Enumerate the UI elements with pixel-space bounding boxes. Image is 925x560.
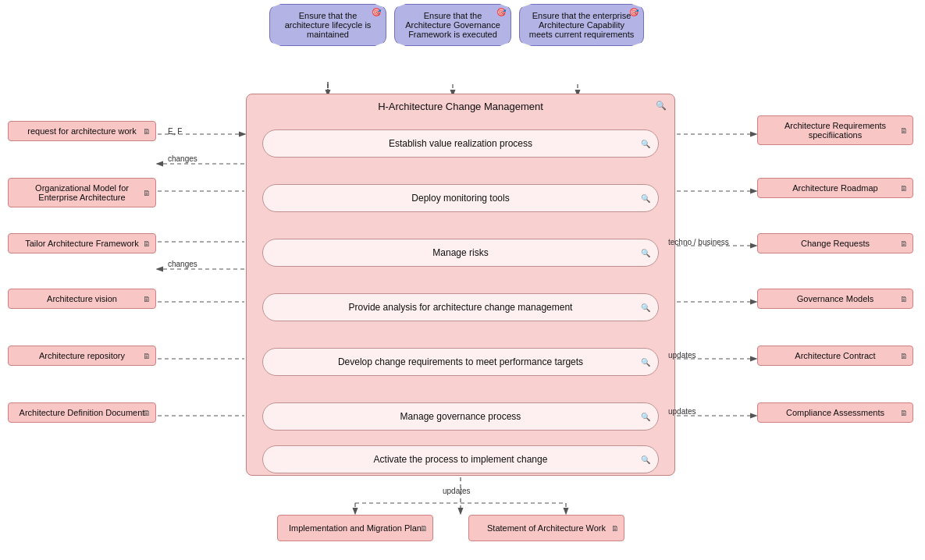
main-container: H-Architecture Change Management 🔍 Estab… [246,94,675,476]
left-box-repository-label: Architecture repository [39,351,125,360]
top-box-lifecycle: Ensure that the architecture lifecycle i… [269,4,386,46]
right-box-change-req: Change Requests 🗎 [757,233,913,253]
right-box-contract: Architecture Contract 🗎 [757,346,913,366]
right-box-governance-models-icon: 🗎 [900,295,908,303]
left-box-definition: Architecture Definition Document 🗎 [8,402,156,423]
right-box-compliance-label: Compliance Assessments [786,408,884,417]
process-box-7-icon: 🔍 [641,455,650,464]
bottom-box-migration-label: Implementation and Migration Plan [289,523,422,533]
top-box-governance: Ensure that the Architecture Governance … [394,4,511,46]
left-box-org-model: Organizational Model for Enterprise Arch… [8,178,156,207]
arrow-label-updates-3: updates [443,487,471,495]
right-box-compliance: Compliance Assessments 🗎 [757,402,913,423]
process-box-7: Activate the process to implement change… [262,445,659,473]
left-box-tailor-icon: 🗎 [143,239,151,248]
right-box-governance-models: Governance Models 🗎 [757,289,913,309]
left-box-tailor: Tailor Architecture Framework 🗎 [8,233,156,253]
right-box-roadmap: Architecture Roadmap 🗎 [757,178,913,198]
process-box-5-icon: 🔍 [641,358,650,367]
process-box-6-label: Manage governance process [400,411,521,422]
left-box-org-model-label: Organizational Model for Enterprise Arch… [15,183,149,202]
process-box-3: Manage risks 🔍 [262,239,659,267]
arrow-label-changes-1: changes [168,154,197,163]
process-box-4: Provide analysis for architecture change… [262,293,659,321]
process-box-1: Establish value realization process 🔍 [262,129,659,158]
left-box-repository-icon: 🗎 [143,352,151,360]
arrow-label-changes-2: changes [168,260,197,268]
process-box-3-icon: 🔍 [641,249,650,257]
process-box-1-icon: 🔍 [641,140,650,148]
process-box-5: Develop change requirements to meet perf… [262,348,659,376]
arrow-label-techno: techno / business [668,238,729,246]
top-box-capability-label: Ensure that the enterprise Architecture … [528,11,635,39]
left-box-definition-icon: 🗎 [143,409,151,417]
right-box-compliance-icon: 🗎 [900,409,908,417]
left-box-vision: Architecture vision 🗎 [8,289,156,309]
right-box-req-spec: Architecture Requirements specifiication… [757,115,913,145]
left-box-tailor-label: Tailor Architecture Framework [25,239,139,248]
process-box-3-label: Manage risks [432,247,488,258]
top-box-governance-label: Ensure that the Architecture Governance … [403,11,503,39]
bottom-box-migration-icon: 🗎 [420,524,428,533]
right-box-req-spec-icon: 🗎 [900,126,908,135]
top-box-capability-icon: 🎯 [629,8,639,16]
process-box-6-icon: 🔍 [641,413,650,421]
process-box-6: Manage governance process 🔍 [262,402,659,431]
process-box-5-label: Develop change requirements to meet perf… [338,356,583,367]
process-box-4-icon: 🔍 [641,303,650,312]
process-box-2-label: Deploy monitoring tools [411,193,509,204]
top-box-lifecycle-label: Ensure that the architecture lifecycle i… [278,11,378,39]
left-box-vision-label: Architecture vision [47,294,117,303]
right-box-contract-icon: 🗎 [900,352,908,360]
process-box-1-label: Establish value realization process [389,138,532,149]
main-title-icon: 🔍 [656,101,667,111]
left-box-definition-label: Architecture Definition Document [20,408,145,417]
right-box-req-spec-label: Architecture Requirements specifiication… [764,121,906,140]
bottom-box-migration: Implementation and Migration Plan 🗎 [277,515,433,541]
bottom-box-statement-icon: 🗎 [611,524,619,533]
left-box-repository: Architecture repository 🗎 [8,346,156,366]
main-title: H-Architecture Change Management [247,101,674,112]
arrow-label-updates-1: updates [668,351,696,360]
left-box-request-icon: 🗎 [143,127,151,136]
right-box-change-req-icon: 🗎 [900,239,908,248]
right-box-roadmap-icon: 🗎 [900,184,908,193]
bottom-box-statement: Statement of Architecture Work 🗎 [468,515,624,541]
left-box-request-label: request for architecture work [27,126,136,136]
process-box-2-icon: 🔍 [641,194,650,203]
process-box-7-label: Activate the process to implement change [374,454,548,465]
right-box-contract-label: Architecture Contract [795,351,875,360]
right-box-governance-models-label: Governance Models [797,294,873,303]
right-box-change-req-label: Change Requests [801,239,870,248]
process-box-4-label: Provide analysis for architecture change… [349,302,573,313]
arrow-label-ef: E, F [168,127,182,136]
top-box-lifecycle-icon: 🎯 [372,8,381,16]
arrow-label-updates-2: updates [668,407,696,416]
top-box-capability: Ensure that the enterprise Architecture … [519,4,644,46]
left-box-vision-icon: 🗎 [143,295,151,303]
diagram-container: Ensure that the architecture lifecycle i… [0,0,925,560]
bottom-box-statement-label: Statement of Architecture Work [487,523,606,533]
process-box-2: Deploy monitoring tools 🔍 [262,184,659,212]
top-box-governance-icon: 🎯 [496,8,506,16]
right-box-roadmap-label: Architecture Roadmap [792,183,877,193]
left-box-request: request for architecture work 🗎 [8,121,156,141]
left-box-org-model-icon: 🗎 [143,189,151,197]
